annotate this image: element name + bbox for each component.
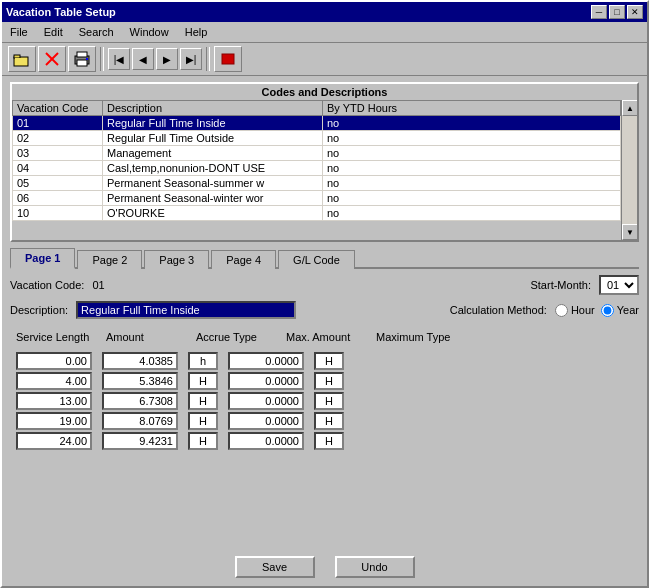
table-row[interactable]: 05 Permanent Seasonal-summer w no [13, 176, 621, 191]
service-input-0[interactable] [16, 352, 92, 370]
service-input-2[interactable] [16, 392, 92, 410]
tab-page4[interactable]: Page 4 [211, 250, 276, 269]
service-input-1[interactable] [16, 372, 92, 390]
cell-code: 05 [13, 176, 103, 191]
amount-input-2[interactable] [102, 392, 178, 410]
undo-button[interactable]: Undo [335, 556, 415, 578]
amount-input-4[interactable] [102, 432, 178, 450]
header-accrue-type: Accrue Type [196, 331, 276, 343]
scroll-down-button[interactable]: ▼ [622, 224, 637, 240]
max-amount-input-3[interactable] [228, 412, 304, 430]
menu-help[interactable]: Help [177, 24, 216, 40]
radio-year-text: Year [617, 304, 639, 316]
tab-glcode[interactable]: G/L Code [278, 250, 355, 269]
toolbar-separator-2 [206, 47, 210, 71]
cell-desc: Regular Full Time Outside [103, 131, 323, 146]
tab-page1[interactable]: Page 1 [10, 248, 75, 269]
accrue-input-1[interactable] [188, 372, 218, 390]
max-type-input-2[interactable] [314, 392, 344, 410]
close-button[interactable]: ✕ [627, 5, 643, 19]
cell-desc: Permanent Seasonal-winter wor [103, 191, 323, 206]
tab-page2[interactable]: Page 2 [77, 250, 142, 269]
accrue-input-2[interactable] [188, 392, 218, 410]
amount-input-0[interactable] [102, 352, 178, 370]
menu-window[interactable]: Window [122, 24, 177, 40]
max-amount-input-4[interactable] [228, 432, 304, 450]
header-amount: Amount [106, 331, 186, 343]
scroll-up-button[interactable]: ▲ [622, 100, 637, 116]
open-button[interactable] [8, 46, 36, 72]
table-row[interactable]: 04 Casl,temp,nonunion-DONT USE no [13, 161, 621, 176]
start-month-select[interactable]: 010203 [599, 275, 639, 295]
save-button[interactable]: Save [235, 556, 315, 578]
nav-next-button[interactable]: ▶ [156, 48, 178, 70]
calc-method-group: Hour Year [555, 304, 639, 317]
maximize-button[interactable]: □ [609, 5, 625, 19]
title-bar-buttons: ─ □ ✕ [591, 5, 643, 19]
radio-year[interactable] [601, 304, 614, 317]
table-row[interactable]: 01 Regular Full Time Inside no [13, 116, 621, 131]
max-type-input-4[interactable] [314, 432, 344, 450]
radio-year-label[interactable]: Year [601, 304, 639, 317]
cell-ytd: no [323, 146, 621, 161]
svg-rect-6 [77, 52, 87, 57]
accrue-input-4[interactable] [188, 432, 218, 450]
grid-section: Codes and Descriptions Vacation Code Des… [10, 82, 639, 242]
radio-hour[interactable] [555, 304, 568, 317]
cell-code: 06 [13, 191, 103, 206]
data-row-1 [10, 371, 639, 391]
menu-edit[interactable]: Edit [36, 24, 71, 40]
table-row[interactable]: 02 Regular Full Time Outside no [13, 131, 621, 146]
close-file-button[interactable] [38, 46, 66, 72]
nav-last-button[interactable]: ▶| [180, 48, 202, 70]
tab-page3[interactable]: Page 3 [144, 250, 209, 269]
table-row[interactable]: 06 Permanent Seasonal-winter wor no [13, 191, 621, 206]
nav-prev-button[interactable]: ◀ [132, 48, 154, 70]
start-month-label: Start-Month: [530, 279, 591, 291]
radio-hour-label[interactable]: Hour [555, 304, 595, 317]
title-bar: Vacation Table Setup ─ □ ✕ [2, 2, 647, 22]
main-content: Codes and Descriptions Vacation Code Des… [2, 76, 647, 548]
accrue-input-0[interactable] [188, 352, 218, 370]
cell-code: 04 [13, 161, 103, 176]
stop-button[interactable] [214, 46, 242, 72]
description-input[interactable] [76, 301, 296, 319]
accrue-input-3[interactable] [188, 412, 218, 430]
service-input-4[interactable] [16, 432, 92, 450]
cell-desc: O'ROURKE [103, 206, 323, 221]
max-amount-input-1[interactable] [228, 372, 304, 390]
grid-scrollbar[interactable]: ▲ ▼ [621, 100, 637, 240]
menu-file[interactable]: File [2, 24, 36, 40]
cell-code: 02 [13, 131, 103, 146]
data-row-0 [10, 351, 639, 371]
cell-ytd: no [323, 191, 621, 206]
table-row[interactable]: 03 Management no [13, 146, 621, 161]
cell-code: 03 [13, 146, 103, 161]
max-type-input-3[interactable] [314, 412, 344, 430]
header-max-amount: Max. Amount [286, 331, 366, 343]
main-window: Vacation Table Setup ─ □ ✕ File Edit Sea… [0, 0, 649, 588]
minimize-button[interactable]: ─ [591, 5, 607, 19]
print-button[interactable] [68, 46, 96, 72]
grid-title: Codes and Descriptions [12, 84, 637, 100]
service-input-3[interactable] [16, 412, 92, 430]
max-amount-input-2[interactable] [228, 392, 304, 410]
amount-input-3[interactable] [102, 412, 178, 430]
col-header-desc: Description [103, 101, 323, 116]
max-type-input-0[interactable] [314, 352, 344, 370]
col-header-ytd: By YTD Hours [323, 101, 621, 116]
menu-search[interactable]: Search [71, 24, 122, 40]
cell-code: 10 [13, 206, 103, 221]
max-amount-input-0[interactable] [228, 352, 304, 370]
cell-desc: Management [103, 146, 323, 161]
cell-ytd: no [323, 116, 621, 131]
max-type-input-1[interactable] [314, 372, 344, 390]
nav-first-button[interactable]: |◀ [108, 48, 130, 70]
vacation-code-value: 01 [92, 279, 104, 291]
codes-table: Vacation Code Description By YTD Hours 0… [12, 100, 621, 221]
table-row[interactable]: 10 O'ROURKE no [13, 206, 621, 221]
data-row-3 [10, 411, 639, 431]
vacation-code-label: Vacation Code: [10, 279, 84, 291]
header-service-length: Service Length [16, 331, 96, 343]
amount-input-1[interactable] [102, 372, 178, 390]
